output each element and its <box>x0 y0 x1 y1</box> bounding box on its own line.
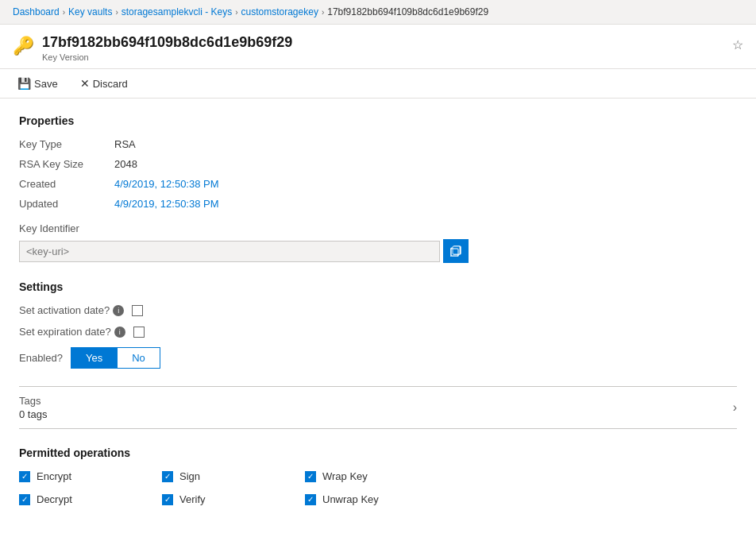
breadcrumb-dashboard[interactable]: Dashboard <box>13 6 60 17</box>
operations-grid: Encrypt Sign Wrap Key Decrypt Verify U <box>19 470 737 505</box>
sign-label: Sign <box>179 470 200 482</box>
operation-unwrapkey: Unwrap Key <box>305 493 448 505</box>
copy-icon <box>450 245 461 257</box>
properties-section-title: Properties <box>19 114 737 127</box>
no-toggle-button[interactable]: No <box>117 347 160 369</box>
activation-row: Set activation date? i <box>19 304 737 316</box>
updated-label: Updated <box>19 198 114 210</box>
toolbar: 💾 Save ✕ Discard <box>0 69 756 99</box>
breadcrumb-sep-3: › <box>235 8 237 17</box>
activation-info-icon[interactable]: i <box>113 305 124 316</box>
key-icon: 🔑 <box>13 36 34 56</box>
copy-button[interactable] <box>443 239 469 263</box>
updated-value: 4/9/2019, 12:50:38 PM <box>114 198 737 210</box>
key-type-label: Key Type <box>19 138 114 150</box>
page-title: 17bf9182bb694f109b8dc6d1e9b69f29 <box>42 34 292 51</box>
enabled-toggle: Yes No <box>71 347 160 369</box>
unwrapkey-label: Unwrap Key <box>322 493 379 505</box>
properties-grid: Key Type RSA RSA Key Size 2048 Created 4… <box>19 138 737 210</box>
page-header: 🔑 17bf9182bb694f109b8dc6d1e9b69f29 Key V… <box>0 25 756 69</box>
settings-section: Settings Set activation date? i Set expi… <box>19 280 737 369</box>
tags-title: Tags <box>19 395 47 407</box>
encrypt-checkbox[interactable] <box>19 471 30 482</box>
tags-row[interactable]: Tags 0 tags › <box>19 387 737 428</box>
save-button[interactable]: 💾 Save <box>13 74 63 93</box>
tags-section: Tags 0 tags › <box>19 386 737 429</box>
operation-sign: Sign <box>162 470 305 482</box>
activation-label: Set activation date? i <box>19 304 124 316</box>
wrapkey-checkbox[interactable] <box>305 471 316 482</box>
created-label: Created <box>19 178 114 190</box>
rsa-key-size-value: 2048 <box>114 158 737 170</box>
expiration-checkbox[interactable] <box>133 327 145 338</box>
breadcrumb-keys[interactable]: storagesamplekvcli - Keys <box>122 6 232 17</box>
key-type-value: RSA <box>114 138 737 150</box>
tags-chevron-icon: › <box>733 400 737 415</box>
operation-verify: Verify <box>162 493 305 505</box>
content-area: Properties Key Type RSA RSA Key Size 204… <box>0 99 756 545</box>
discard-icon: ✕ <box>80 77 90 90</box>
expiration-info-icon[interactable]: i <box>114 327 125 338</box>
discard-label: Discard <box>93 78 128 90</box>
breadcrumb-version: 17bf9182bb694f109b8dc6d1e9b69f29 <box>327 6 488 17</box>
breadcrumb: Dashboard › Key vaults › storagesamplekv… <box>0 0 756 25</box>
permitted-operations-title: Permitted operations <box>19 446 737 459</box>
wrapkey-label: Wrap Key <box>322 470 368 482</box>
save-label: Save <box>34 78 58 90</box>
breadcrumb-customkey[interactable]: customstoragekey <box>241 6 318 17</box>
tags-count: 0 tags <box>19 408 47 420</box>
enabled-label: Enabled? <box>19 352 63 364</box>
expiration-label: Set expiration date? i <box>19 326 125 338</box>
breadcrumb-keyvaults[interactable]: Key vaults <box>68 6 112 17</box>
discard-button[interactable]: ✕ Discard <box>75 74 133 93</box>
decrypt-checkbox[interactable] <box>19 494 30 505</box>
key-identifier-section: Key Identifier <box>19 222 737 263</box>
page-subtitle: Key Version <box>42 52 292 62</box>
operation-encrypt: Encrypt <box>19 470 162 482</box>
verify-checkbox[interactable] <box>162 494 173 505</box>
tags-left: Tags 0 tags <box>19 395 47 420</box>
operation-wrapkey: Wrap Key <box>305 470 448 482</box>
settings-section-title: Settings <box>19 280 737 293</box>
expiration-row: Set expiration date? i <box>19 326 737 338</box>
breadcrumb-sep-1: › <box>63 8 65 17</box>
verify-label: Verify <box>179 493 206 505</box>
yes-toggle-button[interactable]: Yes <box>71 347 117 369</box>
operation-decrypt: Decrypt <box>19 493 162 505</box>
rsa-key-size-label: RSA Key Size <box>19 158 114 170</box>
permitted-operations-section: Permitted operations Encrypt Sign Wrap K… <box>19 446 737 505</box>
unwrapkey-checkbox[interactable] <box>305 494 316 505</box>
breadcrumb-sep-2: › <box>115 8 118 17</box>
key-identifier-row <box>19 239 737 263</box>
created-value: 4/9/2019, 12:50:38 PM <box>114 178 737 190</box>
encrypt-label: Encrypt <box>37 470 71 482</box>
activation-checkbox[interactable] <box>132 305 143 316</box>
enabled-row: Enabled? Yes No <box>19 347 737 369</box>
key-uri-input[interactable] <box>19 241 440 262</box>
key-identifier-label: Key Identifier <box>19 222 737 234</box>
decrypt-label: Decrypt <box>37 493 72 505</box>
save-icon: 💾 <box>17 77 31 90</box>
header-left: 🔑 17bf9182bb694f109b8dc6d1e9b69f29 Key V… <box>13 34 292 62</box>
sign-checkbox[interactable] <box>162 471 173 482</box>
favorite-icon[interactable]: ☆ <box>732 37 743 52</box>
breadcrumb-sep-4: › <box>322 8 324 17</box>
title-block: 17bf9182bb694f109b8dc6d1e9b69f29 Key Ver… <box>42 34 292 62</box>
